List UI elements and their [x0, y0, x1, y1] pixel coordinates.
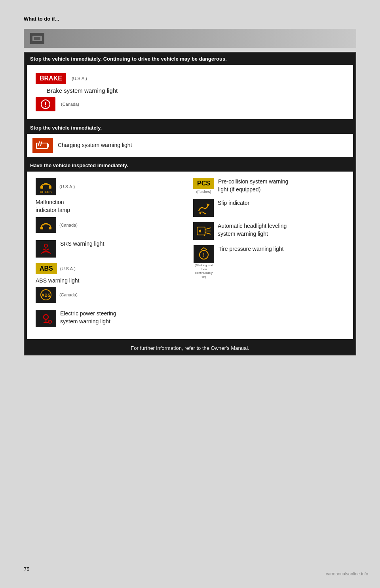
svg-rect-5 — [48, 144, 49, 147]
tire-text: Tire pressure warning light — [218, 245, 283, 253]
left-col: CHECK (U.S.A.) Malfunction indicator lam… — [32, 176, 190, 334]
svg-text:ABS: ABS — [41, 293, 50, 298]
pcs-item: PCS (Flashes) Pre-collision system warni… — [193, 178, 344, 194]
eps-icon: ! — [36, 310, 56, 327]
charging-icon — [32, 138, 53, 153]
svg-rect-9 — [49, 186, 51, 189]
srs-text: SRS warning light — [60, 240, 104, 248]
svg-point-28 — [200, 213, 201, 214]
slip-icon — [193, 199, 214, 217]
svg-line-19 — [46, 249, 49, 250]
cat3-header: Have the vehicle inspected immediately. — [25, 159, 355, 172]
svg-point-14 — [43, 224, 44, 225]
brake-icon-usa: BRAKE — [35, 72, 67, 85]
watermark-text: carmanualsonline.info — [326, 571, 368, 576]
brake-icon-canada: ! — [35, 96, 56, 112]
svg-rect-1 — [34, 37, 40, 40]
check-engine-usa-icon: CHECK — [36, 178, 56, 195]
tire-sublabel: (Blinking and then continuously on) — [193, 263, 215, 279]
pcs-text: Pre-collision system warning light (if e… — [218, 178, 288, 193]
svg-line-6 — [38, 141, 40, 146]
check-engine-canada-icon — [36, 217, 56, 233]
charging-text: Charging system warning light — [58, 141, 132, 149]
cat1-header: Stop the vehicle immediately. Continuing… — [25, 53, 355, 65]
svg-point-22 — [44, 315, 48, 319]
tire-icon: ! — [194, 245, 214, 263]
svg-line-32 — [205, 228, 211, 229]
malfunction-item: CHECK (U.S.A.) Malfunction indicator lam… — [36, 178, 187, 235]
abs-usa-label: (U.S.A.) — [60, 266, 76, 271]
malfunction-text: Malfunction indicator lamp — [36, 199, 78, 214]
cat3-content: CHECK (U.S.A.) Malfunction indicator lam… — [27, 172, 353, 339]
eps-item: ! Electric power steering system warning… — [36, 310, 187, 327]
brake-section: BRAKE (U.S.A.) Brake system warning ligh… — [32, 69, 348, 115]
abs-icon-usa: ABS — [36, 263, 57, 274]
brake-row-usa: BRAKE (U.S.A.) — [35, 72, 345, 85]
svg-text:!: ! — [203, 252, 205, 258]
two-col-grid: CHECK (U.S.A.) Malfunction indicator lam… — [32, 176, 348, 334]
svg-rect-13 — [49, 227, 51, 229]
abs-canada-label: (Canada) — [59, 292, 78, 297]
tire-item: ! (Blinking and then continuously on) Ti… — [193, 245, 344, 279]
headlight-item: Automatic headlight leveling system warn… — [193, 222, 344, 240]
svg-point-29 — [204, 213, 206, 214]
svg-rect-12 — [40, 227, 43, 229]
cat2-content: Charging system warning light — [27, 134, 353, 157]
malfunction-usa-label: (U.S.A.) — [59, 184, 75, 189]
eps-text: Electric power steering system warning l… — [60, 310, 116, 325]
srs-item: SRS warning light — [36, 240, 187, 258]
svg-line-33 — [205, 233, 211, 234]
svg-text:!: ! — [49, 321, 50, 323]
slip-item: Slip indicator — [193, 199, 344, 217]
svg-rect-8 — [40, 186, 43, 189]
headlight-icon — [193, 222, 214, 240]
headlight-text: Automatic headlight leveling system warn… — [218, 222, 287, 238]
brake-row-canada: ! (Canada) — [35, 96, 345, 112]
section-title-bar — [24, 29, 356, 48]
footer-bar: For further information, refer to the Ow… — [25, 342, 355, 355]
main-warning-box: Stop the vehicle immediately. Continuing… — [24, 52, 356, 355]
abs-text: ABS warning light — [36, 277, 80, 284]
abs-icon-canada: ABS — [36, 287, 56, 303]
pcs-icon: PCS — [193, 178, 214, 189]
brake-text: Brake system warning light — [47, 87, 345, 94]
slip-text: Slip indicator — [218, 199, 249, 207]
usa-label: (U.S.A.) — [72, 76, 87, 81]
svg-line-18 — [43, 249, 46, 250]
page-header: What to do if... — [24, 16, 356, 22]
malfunction-canada-label: (Canada) — [59, 223, 78, 227]
svg-rect-11 — [44, 183, 48, 184]
abs-item: ABS (U.S.A.) ABS warning light ABS — [36, 263, 187, 304]
svg-line-7 — [40, 141, 42, 146]
page-number: 75 — [24, 566, 29, 572]
svg-point-10 — [43, 184, 44, 185]
srs-icon — [36, 240, 56, 258]
canada-label: (Canada) — [61, 102, 79, 107]
svg-point-16 — [44, 244, 48, 247]
cat2-header: Stop the vehicle immediately. — [25, 122, 355, 134]
cat1-content: BRAKE (U.S.A.) Brake system warning ligh… — [27, 65, 353, 119]
section-title-icon — [30, 33, 44, 44]
svg-rect-15 — [44, 223, 48, 224]
right-col: PCS (Flashes) Pre-collision system warni… — [190, 176, 348, 334]
svg-text:!: ! — [44, 101, 46, 108]
pcs-sublabel: (Flashes) — [196, 190, 211, 194]
